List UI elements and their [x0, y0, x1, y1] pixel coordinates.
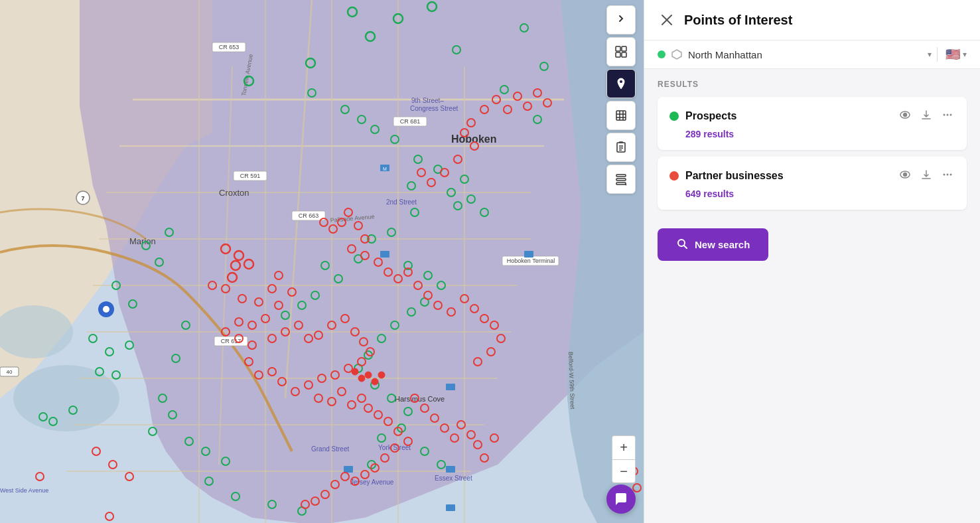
svg-point-191 [311, 497, 319, 505]
partner-businesses-view-icon[interactable] [898, 167, 912, 185]
group-toolbar-btn[interactable] [606, 37, 636, 66]
svg-point-196 [441, 424, 449, 432]
list-toolbar-btn[interactable] [606, 165, 636, 194]
svg-point-148 [248, 321, 256, 329]
svg-point-199 [467, 431, 475, 439]
zoom-out-btn[interactable]: − [612, 459, 636, 483]
svg-text:Hoboken Terminal: Hoboken Terminal [507, 258, 555, 264]
svg-point-215 [427, 179, 435, 187]
svg-point-101 [298, 301, 306, 309]
svg-point-235 [348, 245, 356, 253]
svg-point-90 [447, 188, 455, 196]
map-toolbar [606, 5, 636, 194]
new-search-button[interactable]: New search [658, 228, 768, 261]
svg-point-71 [155, 258, 163, 266]
prospects-more-icon[interactable] [940, 108, 955, 125]
svg-point-249 [497, 335, 505, 342]
svg-point-209 [533, 89, 541, 97]
svg-rect-269 [616, 183, 626, 185]
svg-point-64 [366, 32, 375, 41]
svg-rect-254 [622, 46, 626, 51]
chat-button[interactable] [606, 485, 636, 514]
expand-toolbar-btn[interactable] [606, 5, 636, 35]
svg-point-107 [407, 308, 415, 316]
svg-point-193 [411, 394, 419, 402]
svg-point-165 [331, 371, 339, 379]
region-chevron-icon[interactable]: ▾ [928, 50, 932, 59]
svg-point-95 [387, 228, 395, 236]
partner-businesses-name: Partner businesses [685, 170, 898, 182]
prospects-card-header: Prospects [669, 108, 955, 125]
prospects-download-icon[interactable] [919, 108, 934, 125]
partner-businesses-more-icon[interactable] [940, 167, 955, 185]
svg-point-195 [431, 414, 439, 422]
svg-point-176 [348, 401, 356, 409]
svg-point-123 [172, 354, 180, 362]
zoom-controls: + − [612, 435, 636, 483]
svg-point-164 [344, 364, 352, 372]
svg-point-69 [165, 228, 173, 236]
partner-businesses-dot [669, 171, 679, 181]
svg-point-152 [248, 341, 256, 349]
svg-point-109 [378, 335, 385, 342]
svg-point-94 [411, 208, 419, 216]
svg-text:CR 681: CR 681 [400, 118, 421, 125]
svg-point-198 [457, 421, 465, 429]
svg-point-100 [311, 291, 319, 299]
svg-point-70 [142, 242, 150, 250]
sidebar-title: Points of Interest [684, 13, 792, 28]
svg-rect-268 [616, 179, 626, 181]
svg-point-169 [278, 378, 286, 386]
region-status-dot [658, 50, 665, 58]
svg-point-200 [474, 441, 482, 449]
svg-point-225 [125, 473, 133, 481]
svg-point-166 [318, 374, 326, 382]
zoom-in-btn[interactable]: + [612, 435, 636, 459]
svg-text:40: 40 [7, 369, 13, 375]
svg-text:CR 653: CR 653 [219, 44, 240, 50]
svg-text:Harsimus Cove: Harsimus Cove [395, 395, 445, 403]
svg-point-159 [341, 315, 349, 323]
building-toolbar-btn[interactable] [606, 101, 636, 130]
svg-point-127 [185, 437, 193, 445]
close-button[interactable] [658, 11, 676, 29]
svg-point-221 [378, 372, 385, 378]
svg-rect-258 [616, 111, 626, 120]
region-select[interactable]: North Manhattan [688, 49, 922, 60]
svg-point-189 [331, 481, 339, 488]
svg-point-178 [364, 404, 372, 412]
lang-chevron-icon: ▾ [963, 50, 967, 59]
svg-point-145 [288, 288, 296, 296]
svg-point-118 [421, 447, 429, 455]
svg-rect-253 [616, 46, 620, 51]
svg-point-281 [904, 173, 907, 177]
pin-toolbar-btn[interactable] [606, 69, 636, 98]
svg-text:2nd Street: 2nd Street [386, 198, 417, 206]
svg-point-247 [480, 315, 488, 323]
prospects-view-icon[interactable] [898, 108, 912, 125]
partner-businesses-card: Partner businesses [658, 157, 967, 210]
new-search-icon [676, 238, 688, 252]
svg-text:7: 7 [81, 195, 84, 202]
svg-rect-51 [380, 251, 389, 258]
svg-rect-263 [617, 143, 625, 152]
svg-point-185 [371, 464, 379, 472]
svg-point-78 [112, 371, 120, 379]
svg-point-174 [328, 398, 336, 406]
svg-text:Croxton: Croxton [219, 188, 249, 198]
language-selector[interactable]: 🇺🇸 ▾ [937, 47, 967, 62]
svg-point-188 [341, 473, 349, 481]
svg-rect-255 [616, 52, 620, 57]
partner-businesses-download-icon[interactable] [919, 167, 934, 185]
svg-point-194 [421, 404, 429, 412]
clipboard-toolbar-btn[interactable] [606, 133, 636, 162]
svg-point-158 [328, 321, 336, 329]
partner-businesses-actions [898, 167, 955, 185]
prospects-card: Prospects [658, 97, 967, 150]
svg-point-141 [238, 295, 246, 303]
svg-text:Essex Street: Essex Street [435, 475, 472, 482]
svg-point-104 [424, 271, 432, 279]
map-area[interactable]: 7 40 Hoboken Croxton Marion Harsimus Cov… [0, 0, 644, 523]
svg-point-149 [235, 318, 243, 326]
svg-point-192 [301, 500, 309, 508]
